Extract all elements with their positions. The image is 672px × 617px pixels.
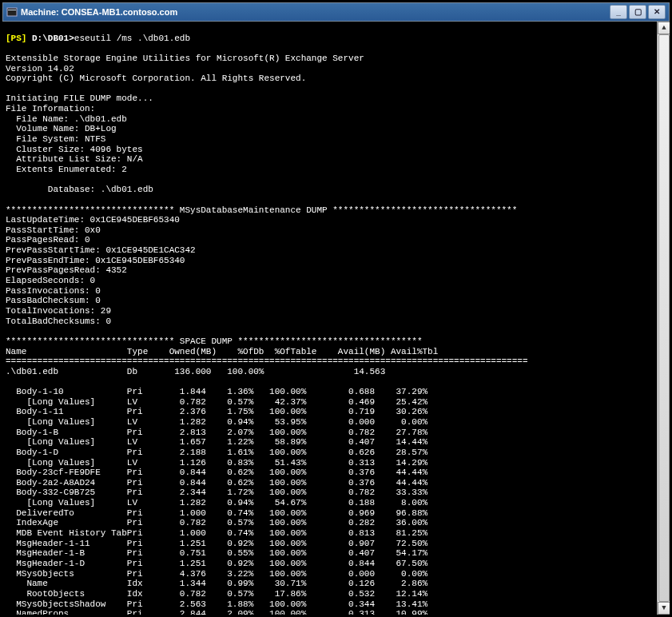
window-buttons: _ ▢ ✕ <box>610 5 666 19</box>
prompt-path: D:\DB01> <box>26 34 74 43</box>
space-dump-divider: ========================================… <box>6 356 528 366</box>
app-icon <box>6 6 18 18</box>
terminal-area[interactable]: [PS] D:\DB01>eseutil /ms .\db01.edb Exte… <box>2 22 670 615</box>
svg-rect-1 <box>8 10 16 10</box>
vertical-scrollbar[interactable]: ▲ ▼ <box>657 22 670 615</box>
maximize-button[interactable]: ▢ <box>629 5 646 19</box>
window-titlebar[interactable]: Machine: CONSEA-MB1.contoso.com _ ▢ ✕ <box>2 2 670 22</box>
scroll-thumb[interactable] <box>658 34 670 602</box>
ps-tag: [PS] <box>6 34 26 43</box>
space-dump-title: ******************************** SPACE D… <box>6 336 423 346</box>
maintenance-output: LastUpdateTime: 0x1CE945DEBF65340 PassSt… <box>6 215 196 325</box>
command-text: eseutil /ms .\db01.edb <box>74 34 190 43</box>
window-title: Machine: CONSEA-MB1.contoso.com <box>21 7 610 18</box>
scroll-down-arrow[interactable]: ▼ <box>658 602 670 615</box>
header-output: Extensible Storage Engine Utilities for … <box>6 54 364 194</box>
space-dump-dbline: .\db01.edb Db 136.000 100.00% 14.563 <box>6 367 385 376</box>
maintenance-title: ******************************** MSysDat… <box>6 205 517 215</box>
space-dump-rows: Body-1-10 Pri 1.844 1.36% 100.00% 0.688 … <box>6 387 427 615</box>
close-button[interactable]: ✕ <box>648 5 666 19</box>
minimize-button[interactable]: _ <box>610 5 627 19</box>
space-dump-columns: Name Type Owned(MB) %OfDb %OfTable Avail… <box>6 347 438 356</box>
svg-rect-0 <box>7 8 17 16</box>
scroll-up-arrow[interactable]: ▲ <box>658 22 670 34</box>
